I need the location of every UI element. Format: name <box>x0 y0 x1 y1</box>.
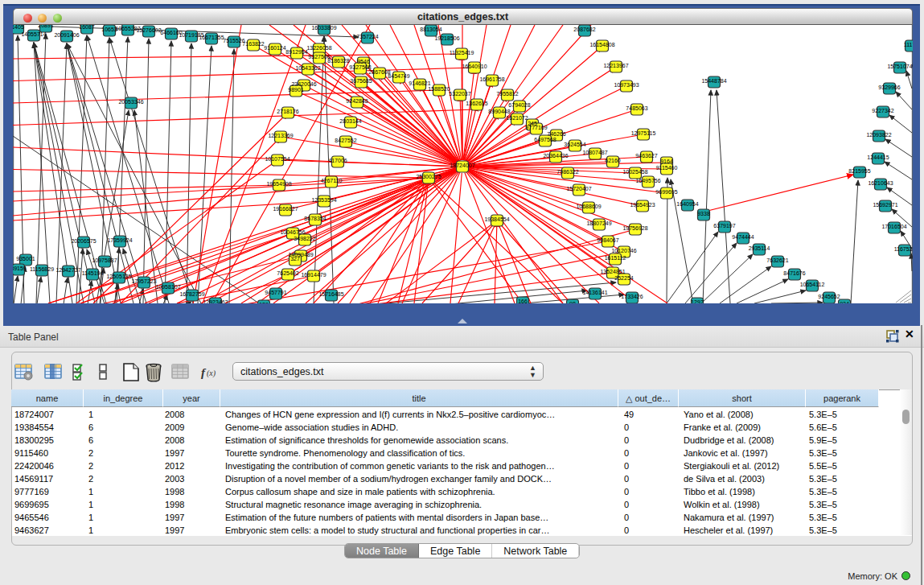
svg-text:20364436: 20364436 <box>543 153 568 159</box>
svg-text:166: 166 <box>518 299 528 303</box>
svg-text:9242848: 9242848 <box>346 98 368 104</box>
svg-text:9160124: 9160124 <box>264 45 285 51</box>
svg-text:f: f <box>201 366 207 379</box>
svg-text:8186328: 8186328 <box>327 58 349 64</box>
svg-text:10025458: 10025458 <box>622 169 647 175</box>
svg-text:417006: 417006 <box>328 158 347 163</box>
svg-text:8215955: 8215955 <box>848 168 870 174</box>
svg-text:17359924: 17359924 <box>107 237 132 243</box>
svg-text:11325419: 11325419 <box>450 50 474 56</box>
svg-text:7485063: 7485063 <box>626 105 647 111</box>
svg-text:1292: 1292 <box>691 299 704 303</box>
svg-text:9463627: 9463627 <box>635 153 657 159</box>
svg-text:4267110: 4267110 <box>321 178 343 183</box>
svg-text:12975115: 12975115 <box>631 130 656 136</box>
svg-text:10958107: 10958107 <box>155 284 180 290</box>
svg-text:9227342: 9227342 <box>872 108 893 113</box>
svg-text:9699695: 9699695 <box>655 189 677 195</box>
svg-text:13226058: 13226058 <box>306 45 331 51</box>
svg-text:2718176: 2718176 <box>277 109 298 114</box>
svg-text:12505135: 12505135 <box>106 274 131 279</box>
svg-text:(x): (x) <box>207 369 216 378</box>
svg-text:9146821: 9146821 <box>409 80 430 86</box>
svg-text:10654112: 10654112 <box>800 282 825 287</box>
svg-text:98901: 98901 <box>288 87 304 93</box>
svg-text:14136141: 14136141 <box>582 290 607 295</box>
svg-text:15448784: 15448784 <box>701 78 726 84</box>
svg-text:8454749: 8454749 <box>388 73 409 79</box>
svg-text:9164: 9164 <box>660 159 673 164</box>
svg-text:20053346: 20053346 <box>118 99 143 105</box>
svg-text:9474444: 9474444 <box>732 234 754 240</box>
svg-text:252254: 252254 <box>614 275 633 281</box>
svg-text:19756928: 19756928 <box>622 225 647 231</box>
svg-text:9546: 9546 <box>357 59 370 64</box>
svg-text:16782759: 16782759 <box>179 291 204 297</box>
svg-text:8678354: 8678354 <box>304 216 326 221</box>
svg-text:1615112: 1615112 <box>605 255 626 261</box>
svg-text:1244415: 1244415 <box>867 154 889 160</box>
svg-text:2803144: 2803144 <box>339 118 361 124</box>
svg-text:9338: 9338 <box>697 211 710 216</box>
svg-text:23420046: 23420046 <box>291 81 316 87</box>
svg-text:11173: 11173 <box>904 42 913 47</box>
svg-text:17016504: 17016504 <box>881 224 906 229</box>
svg-text:1405: 1405 <box>13 25 24 30</box>
svg-text:7357224: 7357224 <box>356 34 378 39</box>
svg-text:7625402: 7625402 <box>277 270 298 276</box>
svg-text:10107554: 10107554 <box>265 156 290 162</box>
svg-text:20206575: 20206575 <box>71 238 96 244</box>
svg-text:98: 98 <box>569 301 576 303</box>
svg-text:1588520: 1588520 <box>428 86 450 92</box>
svg-text:12213369: 12213369 <box>268 133 293 138</box>
svg-text:12923463: 12923463 <box>203 299 228 303</box>
svg-text:16210643: 16210643 <box>868 180 893 186</box>
svg-text:16495756: 16495756 <box>635 178 660 183</box>
svg-text:15720407: 15720407 <box>566 186 591 192</box>
svg-text:15692971: 15692971 <box>873 202 897 208</box>
svg-text:10807487: 10807487 <box>582 150 607 155</box>
svg-text:9084067: 9084067 <box>597 237 618 243</box>
svg-text:12213967: 12213967 <box>603 63 628 68</box>
svg-text:18807249: 18807249 <box>586 220 611 226</box>
svg-text:16640910: 16640910 <box>462 64 487 69</box>
svg-text:16914479: 16914479 <box>301 272 326 278</box>
svg-text:16961758: 16961758 <box>479 76 504 82</box>
svg-text:8912954: 8912954 <box>285 49 307 55</box>
svg-text:8427552: 8427552 <box>335 138 356 143</box>
svg-text:7163822: 7163822 <box>242 41 264 47</box>
svg-text:62160: 62160 <box>605 158 621 163</box>
svg-text:9115460: 9115460 <box>656 165 678 171</box>
svg-text:16033809: 16033809 <box>311 25 336 31</box>
svg-text:15716485: 15716485 <box>318 291 343 297</box>
svg-text:19654923: 19654923 <box>630 202 655 208</box>
svg-text:19384554: 19384554 <box>484 216 509 222</box>
svg-text:16087: 16087 <box>79 25 95 30</box>
svg-text:16154808: 16154808 <box>589 42 614 47</box>
svg-text:1621072: 1621072 <box>506 115 528 121</box>
svg-text:8813054: 8813054 <box>420 27 441 32</box>
svg-text:39159: 39159 <box>13 266 27 271</box>
svg-text:6379197: 6379197 <box>713 223 735 229</box>
svg-text:5322037: 5322037 <box>449 91 470 97</box>
svg-text:3624554: 3624554 <box>564 142 585 147</box>
svg-text:16671355: 16671355 <box>199 35 224 40</box>
svg-text:15276602: 15276602 <box>136 27 161 33</box>
svg-text:20891: 20891 <box>38 25 54 28</box>
svg-text:10046756: 10046756 <box>280 229 305 235</box>
svg-text:19166827: 19166827 <box>273 206 298 212</box>
svg-text:10120746: 10120746 <box>611 248 636 253</box>
svg-text:15751074: 15751074 <box>887 64 912 69</box>
svg-text:14055714: 14055714 <box>21 31 46 37</box>
svg-text:129: 129 <box>259 302 269 303</box>
svg-text:3675685: 3675685 <box>350 78 372 84</box>
svg-text:12353594: 12353594 <box>311 197 336 203</box>
svg-text:1167533: 1167533 <box>894 246 913 252</box>
svg-text:18724007: 18724007 <box>450 163 474 168</box>
svg-text:10543362: 10543362 <box>295 65 320 71</box>
svg-text:19218506: 19218506 <box>434 35 459 41</box>
svg-text:8990448: 8990448 <box>488 109 510 114</box>
svg-text:17957223: 17957223 <box>131 278 156 284</box>
svg-text:6497568: 6497568 <box>534 137 556 142</box>
svg-text:8471676: 8471676 <box>783 270 805 276</box>
